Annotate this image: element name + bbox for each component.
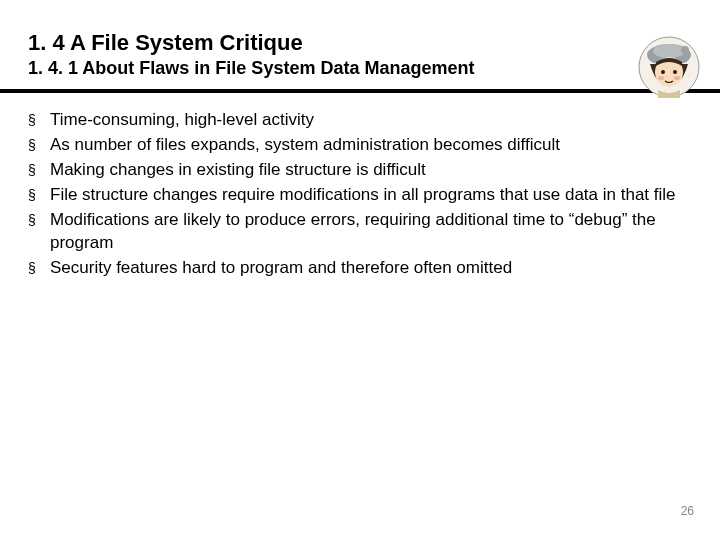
bullet-marker-icon: § [28,134,50,156]
svg-point-3 [681,46,689,54]
bullet-text: Time-consuming, high-level activity [50,109,692,132]
bullet-list: § Time-consuming, high-level activity § … [28,109,692,280]
page-number: 26 [681,504,694,518]
bullet-text: Making changes in existing file structur… [50,159,692,182]
slide-subtitle: 1. 4. 1 About Flaws in File System Data … [28,58,692,79]
bullet-marker-icon: § [28,257,50,279]
bullet-text: File structure changes require modificat… [50,184,692,207]
bullet-text: As number of files expands, system admin… [50,134,692,157]
cartoon-avatar-icon [638,36,700,98]
svg-point-8 [674,76,680,80]
list-item: § As number of files expands, system adm… [28,134,692,157]
list-item: § Modifications are likely to produce er… [28,209,692,255]
list-item: § Making changes in existing file struct… [28,159,692,182]
list-item: § Security features hard to program and … [28,257,692,280]
list-item: § Time-consuming, high-level activity [28,109,692,132]
bullet-text: Modifications are likely to produce erro… [50,209,692,255]
slide-header: 1. 4 A File System Critique 1. 4. 1 Abou… [0,22,720,85]
svg-point-5 [661,70,665,74]
bullet-text: Security features hard to program and th… [50,257,692,280]
top-strip [0,0,720,22]
list-item: § File structure changes require modific… [28,184,692,207]
bullet-marker-icon: § [28,109,50,131]
bullet-marker-icon: § [28,184,50,206]
svg-point-6 [673,70,677,74]
svg-point-2 [653,44,685,58]
slide-content: § Time-consuming, high-level activity § … [0,93,720,280]
bullet-marker-icon: § [28,159,50,181]
svg-point-7 [658,76,664,80]
slide-title: 1. 4 A File System Critique [28,30,692,56]
bullet-marker-icon: § [28,209,50,231]
